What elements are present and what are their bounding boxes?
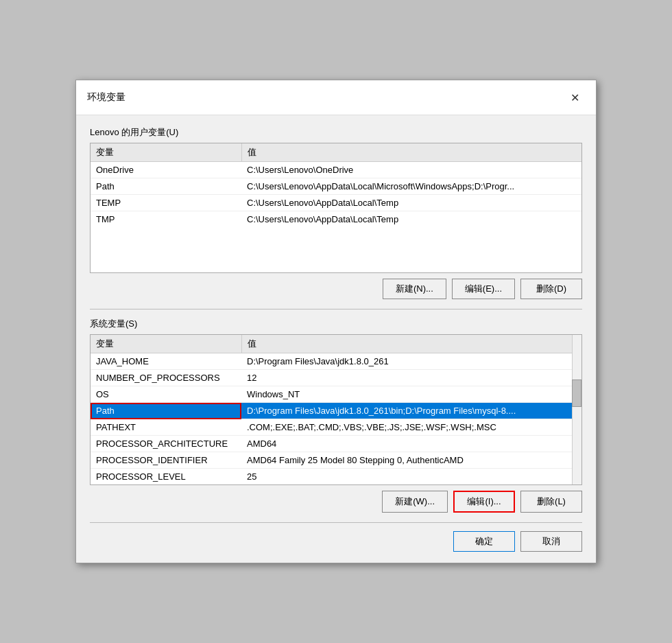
scrollbar-track[interactable]: [572, 335, 581, 484]
dialog-title: 环境变量: [87, 91, 125, 104]
system-edit-button[interactable]: 编辑(I)...: [453, 491, 515, 513]
system-buttons-row: 新建(W)... 编辑(I)... 删除(L): [90, 491, 582, 513]
user-table-row[interactable]: TMPC:\Users\Lenovo\AppData\Local\Temp: [91, 211, 581, 228]
system-table-row[interactable]: PROCESSOR_ARCHITECTUREAMD64: [91, 436, 581, 452]
user-table-header: 变量 值: [91, 143, 581, 162]
section-divider: [90, 309, 582, 309]
user-delete-button[interactable]: 删除(D): [520, 279, 582, 299]
system-section-label: 系统变量(S): [90, 318, 582, 330]
system-table-row[interactable]: PathD:\Program Files\Java\jdk1.8.0_261\b…: [91, 403, 581, 419]
system-table-row[interactable]: NUMBER_OF_PROCESSORS12: [91, 370, 581, 386]
close-button[interactable]: ✕: [564, 87, 585, 108]
system-table-row[interactable]: PATHEXT.COM;.EXE;.BAT;.CMD;.VBS;.VBE;.JS…: [91, 419, 581, 436]
user-variables-table: 变量 值 OneDriveC:\Users\Lenovo\OneDrivePat…: [91, 143, 581, 227]
user-edit-button[interactable]: 编辑(E)...: [452, 279, 515, 299]
system-table-header: 变量 值: [91, 335, 581, 353]
system-table-row[interactable]: PROCESSOR_LEVEL25: [91, 469, 581, 485]
system-table-row[interactable]: PROCESSOR_IDENTIFIERAMD64 Family 25 Mode…: [91, 452, 581, 469]
user-table-body: OneDriveC:\Users\Lenovo\OneDrivePathC:\U…: [91, 162, 581, 228]
system-col-val-header: 值: [241, 335, 581, 353]
user-table-row[interactable]: OneDriveC:\Users\Lenovo\OneDrive: [91, 162, 581, 178]
system-variables-table: 变量 值 JAVA_HOMED:\Program Files\Java\jdk1…: [91, 335, 581, 484]
user-col-val-header: 值: [241, 143, 581, 162]
user-table-row[interactable]: TEMPC:\Users\Lenovo\AppData\Local\Temp: [91, 195, 581, 211]
scrollbar-thumb[interactable]: [572, 379, 581, 407]
ok-button[interactable]: 确定: [453, 531, 515, 552]
system-table-body: JAVA_HOMED:\Program Files\Java\jdk1.8.0_…: [91, 353, 581, 485]
system-delete-button[interactable]: 删除(L): [520, 491, 582, 513]
user-section-label: Lenovo 的用户变量(U): [90, 126, 582, 139]
user-buttons-row: 新建(N)... 编辑(E)... 删除(D): [90, 279, 582, 299]
system-col-var-header: 变量: [91, 335, 241, 353]
user-table-row[interactable]: PathC:\Users\Lenovo\AppData\Local\Micros…: [91, 178, 581, 195]
system-variables-table-container: 变量 值 JAVA_HOMED:\Program Files\Java\jdk1…: [90, 334, 582, 485]
environment-variables-dialog: 环境变量 ✕ Lenovo 的用户变量(U) 变量 值 OneDriveC:\U…: [75, 80, 597, 563]
cancel-button[interactable]: 取消: [520, 531, 582, 552]
footer-buttons-row: 确定 取消: [90, 531, 582, 552]
user-col-var-header: 变量: [91, 143, 241, 162]
title-bar: 环境变量 ✕: [76, 80, 596, 115]
system-table-row[interactable]: OSWindows_NT: [91, 386, 581, 403]
dialog-body: Lenovo 的用户变量(U) 变量 值 OneDriveC:\Users\Le…: [76, 115, 596, 563]
system-table-row[interactable]: JAVA_HOMED:\Program Files\Java\jdk1.8.0_…: [91, 353, 581, 370]
user-new-button[interactable]: 新建(N)...: [383, 279, 446, 299]
footer-divider: [90, 522, 582, 523]
system-new-button[interactable]: 新建(W)...: [382, 491, 448, 513]
user-variables-table-container: 变量 值 OneDriveC:\Users\Lenovo\OneDrivePat…: [90, 143, 582, 273]
